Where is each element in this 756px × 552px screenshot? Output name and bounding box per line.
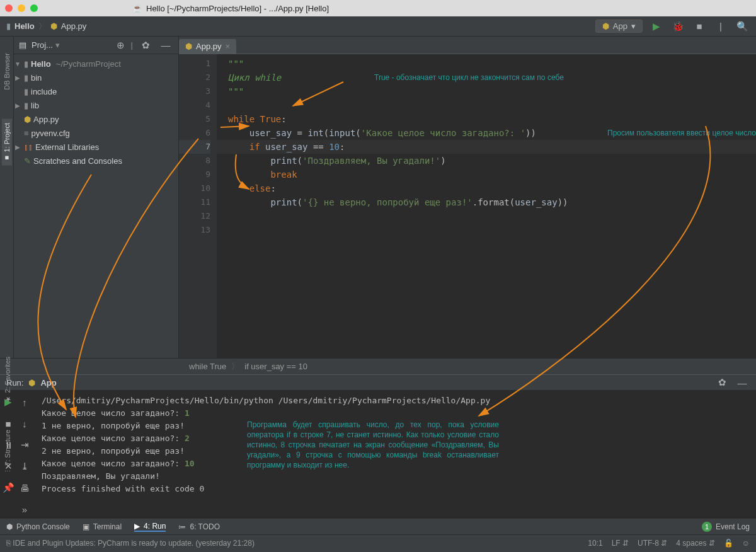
console-line: Поздравляем, Вы угадали!: [42, 470, 747, 483]
folder-icon: ▮: [6, 21, 11, 31]
project-tree[interactable]: ▼▮ Hello~/PycharmProject ▶▮ bin ▮ includ…: [14, 54, 178, 170]
db-browser-tab[interactable]: DB Browser: [2, 49, 12, 94]
hector-icon[interactable]: ☺: [742, 539, 750, 548]
python-icon: ⬢: [6, 522, 13, 531]
status-message[interactable]: IDE and Plugin Updates: PyCharm is ready…: [13, 539, 255, 548]
code-lines[interactable]: """ Цикл while """ while True: user_say …: [217, 54, 756, 358]
up-icon[interactable]: ↑: [17, 394, 32, 410]
todo-tab[interactable]: ≔6: TODO: [178, 522, 220, 531]
tree-folder[interactable]: ▶▮ bin: [14, 71, 178, 84]
console-line: Process finished with exit code 0: [42, 483, 747, 495]
list-icon: ≔: [178, 522, 186, 531]
run-config-label: App: [40, 378, 56, 388]
terminal-tab[interactable]: ▣Terminal: [83, 522, 122, 531]
structure-tab[interactable]: ⋮ 7: Structure: [2, 426, 13, 478]
gear-icon[interactable]: ✿: [714, 375, 730, 390]
tree-external[interactable]: ▶⫿⫿ External Libraries: [14, 140, 178, 154]
breadcrumb[interactable]: ▮ Hello 〉 ⬢ App.py: [6, 21, 86, 32]
hide-icon[interactable]: —: [735, 375, 750, 390]
python-icon: ⬢: [185, 42, 192, 51]
status-bar: ⎘ IDE and Plugin Updates: PyCharm is rea…: [0, 534, 756, 551]
indent[interactable]: 4 spaces ⇵: [676, 539, 714, 548]
tree-file[interactable]: ≡ pyvenv.cfg: [14, 126, 178, 140]
window-title: Hello [~/PycharmProjects/Hello] - .../Ap…: [146, 4, 329, 13]
tree-file[interactable]: ⬢ App.py: [14, 112, 178, 126]
close-tab-icon[interactable]: ×: [225, 42, 230, 51]
tree-scratches[interactable]: ✎ Scratches and Consoles: [14, 154, 178, 168]
gear-icon[interactable]: ✿: [138, 38, 153, 53]
project-sidebar: ▤ Proj... ▾ ⊕ | ✿ — ▼▮ Hello~/PycharmPro…: [14, 37, 179, 358]
locate-icon[interactable]: ⊕: [113, 38, 129, 53]
console-line: /Users/dmitriy/PycharmProjects/Hello/bin…: [42, 394, 747, 407]
event-log-tab[interactable]: 1Event Log: [702, 522, 750, 532]
editor: ⬢ App.py × 12345678910111213 """ Цикл wh…: [179, 37, 756, 358]
play-icon: ▶: [134, 522, 140, 531]
run-tab[interactable]: ▶4: Run: [134, 522, 166, 532]
pin-icon[interactable]: 📌: [1, 480, 16, 495]
run-configuration[interactable]: ⬢ App ▾: [595, 20, 643, 33]
tree-folder[interactable]: ▮ include: [14, 84, 178, 98]
left-tool-strip: DB Browser ■ 1: Project: [0, 37, 14, 358]
python-console-tab[interactable]: ⬢Python Console: [6, 522, 70, 531]
annotation: Программа будет спрашивать число, до тех…: [247, 420, 499, 470]
terminal-icon: ▣: [83, 522, 89, 531]
close-window[interactable]: [5, 4, 13, 12]
sidebar-dropdown-icon[interactable]: ▤: [19, 40, 26, 50]
run-button[interactable]: ▶: [649, 19, 664, 34]
tab-label: App.py: [196, 42, 221, 51]
editor-tab[interactable]: ⬢ App.py ×: [179, 39, 236, 54]
annotation: True - обозначает что цикл не закончится…: [374, 71, 564, 84]
tree-root[interactable]: ▼▮ Hello~/PycharmProject: [14, 57, 178, 71]
crumb-item[interactable]: if user_say == 10: [244, 362, 307, 371]
lock-icon[interactable]: 🔓: [724, 539, 733, 548]
search-button[interactable]: 🔍: [735, 19, 750, 34]
maximize-window[interactable]: [30, 4, 38, 12]
cursor-position[interactable]: 10:1: [588, 539, 602, 548]
line-gutter[interactable]: 12345678910111213: [179, 54, 217, 358]
sidebar-dropdown-chevron[interactable]: ▾: [55, 40, 60, 50]
console-line: Какое целое число загадано?: 1: [42, 407, 747, 420]
run-tool-window: Run: ⬢ App ✿ — ▶ ■ ⏸ ✕ 📌 ↑ ↓ ⇥: [0, 374, 756, 518]
sidebar-title: Proj...: [32, 40, 53, 50]
run-config-name: App: [613, 21, 627, 31]
title-bar: ☕ Hello [~/PycharmProjects/Hello] - .../…: [0, 0, 756, 16]
options-divider: |: [131, 40, 133, 50]
app-icon: ☕: [132, 4, 142, 13]
tree-folder[interactable]: ▶▮ lib: [14, 98, 178, 112]
print-icon[interactable]: 🖶: [17, 480, 32, 495]
crumb-item[interactable]: while True: [189, 362, 226, 371]
breadcrumb-file[interactable]: App.py: [61, 21, 86, 31]
chevron-down-icon: ▾: [631, 21, 636, 31]
console-output[interactable]: /Users/dmitriy/PycharmProjects/Hello/bin…: [33, 391, 756, 520]
encoding[interactable]: UTF-8 ⇵: [638, 539, 667, 548]
line-separator[interactable]: LF ⇵: [612, 539, 629, 548]
navigation-bar: ▮ Hello 〉 ⬢ App.py ⬢ App ▾ ▶ 🐞 ■ | 🔍: [0, 16, 756, 37]
status-icon: ⎘: [6, 539, 11, 548]
down-icon[interactable]: ↓: [17, 416, 32, 431]
annotation: Просим пользователя ввести целое число: [607, 126, 756, 140]
python-icon: ⬢: [602, 21, 609, 31]
breadcrumb-separator: 〉: [38, 21, 47, 32]
scroll-icon[interactable]: ⤓: [17, 459, 32, 474]
collapse-icon[interactable]: —: [158, 38, 173, 53]
divider: |: [713, 19, 728, 34]
badge: 1: [702, 522, 712, 532]
minimize-window[interactable]: [18, 4, 25, 12]
more-icon[interactable]: »: [17, 502, 32, 517]
breadcrumb-project[interactable]: Hello: [14, 21, 35, 31]
project-tab[interactable]: ■ 1: Project: [2, 119, 12, 166]
window-controls[interactable]: [5, 4, 38, 12]
python-icon: ⬢: [50, 21, 57, 31]
python-icon: ⬢: [28, 378, 35, 388]
stop-button[interactable]: ■: [692, 19, 707, 34]
debug-button[interactable]: 🐞: [670, 19, 685, 34]
wrap-icon[interactable]: ⇥: [17, 437, 32, 452]
code-breadcrumb[interactable]: while True 〉 if user_say == 10: [0, 358, 756, 374]
favorites-tab[interactable]: ★ 2: Favorites: [2, 353, 13, 407]
